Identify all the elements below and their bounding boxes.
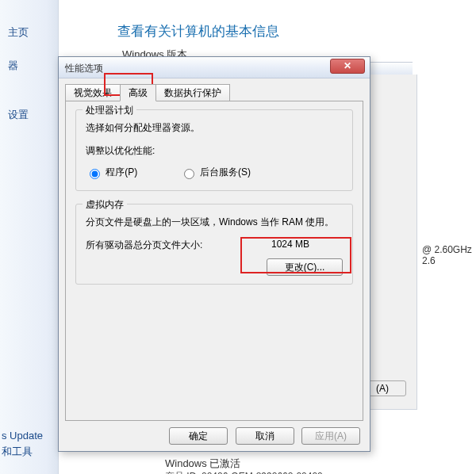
close-icon: ✕ xyxy=(344,60,351,71)
tab-content-advanced: 处理器计划 选择如何分配处理器资源。 调整以优化性能: 程序(P) 后台服务(S… xyxy=(65,101,363,421)
sidebar-link[interactable]: s Update xyxy=(0,428,59,443)
tab-bar: 视觉效果 高级 数据执行保护 xyxy=(65,84,363,101)
sidebar-item[interactable]: 主页 xyxy=(0,21,58,44)
tab-advanced[interactable]: 高级 xyxy=(120,84,156,101)
page-heading: 查看有关计算机的基本信息 xyxy=(117,22,279,40)
radio-programs-label: 程序(P) xyxy=(106,166,137,178)
radio-programs-input[interactable] xyxy=(90,169,100,179)
cpu-info-text: @ 2.60GHz 2.6 xyxy=(422,244,476,266)
close-button[interactable]: ✕ xyxy=(330,59,365,74)
performance-options-dialog: 性能选项 ✕ 视觉效果 高级 数据执行保护 处理器计划 选择如何分配处理器资源。… xyxy=(58,56,370,452)
radio-programs[interactable]: 程序(P) xyxy=(86,166,137,179)
processor-scheduling-group: 处理器计划 选择如何分配处理器资源。 调整以优化性能: 程序(P) 后台服务(S… xyxy=(75,109,353,191)
activation-status: Windows 已激活 xyxy=(165,457,240,471)
control-panel-sidebar: 主页 器 设置 xyxy=(0,0,59,474)
adjust-label: 调整以优化性能: xyxy=(86,144,343,158)
radio-background-services[interactable]: 后台服务(S) xyxy=(180,166,251,179)
sidebar-item[interactable]: 器 xyxy=(0,54,58,78)
product-id: 产品 ID: 00426-OEM-8992662-00400 xyxy=(165,470,323,474)
dialog-button-row: 确定 取消 应用(A) xyxy=(59,427,370,445)
virtual-memory-group: 虚拟内存 分页文件是硬盘上的一块区域，Windows 当作 RAM 使用。 所有… xyxy=(75,204,353,285)
group-description: 选择如何分配处理器资源。 xyxy=(86,121,343,135)
ok-button[interactable]: 确定 xyxy=(169,427,228,445)
vm-total-label: 所有驱动器总分页文件大小: xyxy=(86,239,271,252)
radio-background-label: 后台服务(S) xyxy=(200,166,251,178)
group-legend: 处理器计划 xyxy=(83,104,136,117)
vm-total-value: 1024 MB xyxy=(271,239,343,252)
sidebar-item[interactable]: 设置 xyxy=(0,103,58,127)
radio-background-input[interactable] xyxy=(184,169,194,179)
sidebar-link[interactable]: 和工具 xyxy=(0,443,59,461)
background-dialog-body xyxy=(370,75,417,410)
vm-description: 分页文件是硬盘上的一块区域，Windows 当作 RAM 使用。 xyxy=(86,216,343,229)
tab-dep[interactable]: 数据执行保护 xyxy=(155,84,230,101)
group-legend: 虚拟内存 xyxy=(83,198,127,212)
apply-button[interactable]: 应用(A) xyxy=(301,427,360,445)
tab-visual-effects[interactable]: 视觉效果 xyxy=(65,84,121,101)
cancel-button[interactable]: 取消 xyxy=(236,427,294,445)
change-button[interactable]: 更改(C)... xyxy=(267,258,343,276)
sidebar-bottom-links: s Update 和工具 xyxy=(0,428,59,461)
dialog-titlebar[interactable]: 性能选项 ✕ xyxy=(59,57,370,78)
dialog-title: 性能选项 xyxy=(65,62,103,75)
